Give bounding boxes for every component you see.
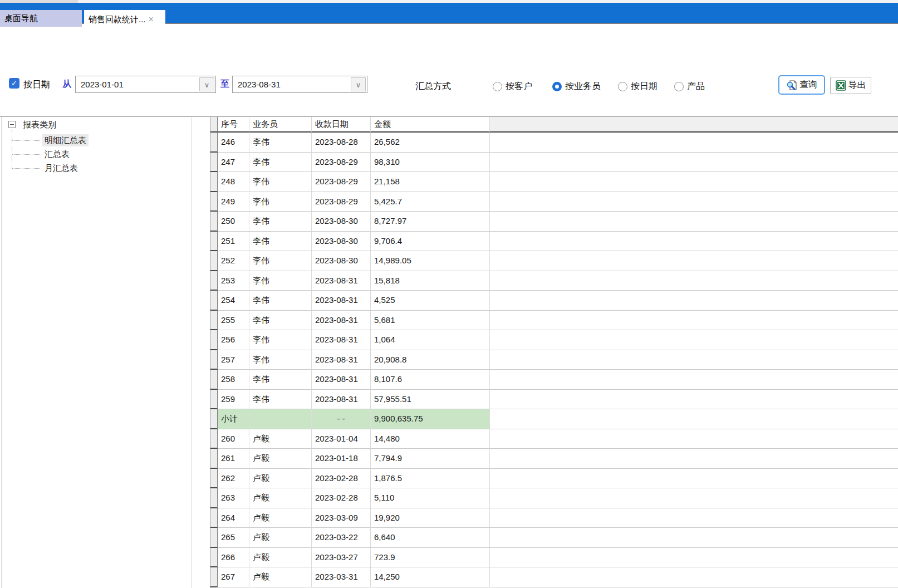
row-selector[interactable] <box>210 311 218 331</box>
col-header-amount[interactable]: 金额 <box>371 117 490 133</box>
table-row[interactable]: 262卢毅2023-02-281,876.5 <box>210 469 898 489</box>
tab-desktop-nav[interactable]: 桌面导航 <box>0 10 82 27</box>
table-row[interactable]: 255李伟2023-08-315,681 <box>210 311 898 331</box>
table-row[interactable]: 266卢毅2023-03-27723.9 <box>210 548 898 568</box>
col-header-seq[interactable]: 序号 <box>218 117 249 133</box>
row-selector[interactable] <box>210 192 218 212</box>
radio-by-product[interactable] <box>674 82 684 91</box>
data-grid: 序号 业务员 收款日期 金额 246李伟2023-08-2826,562247李… <box>210 117 898 588</box>
cell-seq: 255 <box>218 311 249 331</box>
col-header-date[interactable]: 收款日期 <box>312 117 371 133</box>
row-selector[interactable] <box>210 508 218 528</box>
cell-name: 李伟 <box>249 370 312 390</box>
table-row[interactable]: 267卢毅2023-03-3114,250 <box>210 567 898 587</box>
table-row[interactable]: 246李伟2023-08-2826,562 <box>210 133 898 153</box>
tree-collapse-icon[interactable] <box>8 121 16 128</box>
row-selector[interactable] <box>210 133 218 153</box>
radio-by-customer[interactable] <box>493 82 502 91</box>
row-selector[interactable] <box>210 172 218 192</box>
row-selector[interactable] <box>210 153 218 173</box>
cell-amount: 5,425.7 <box>371 192 490 212</box>
row-selector[interactable] <box>210 251 218 271</box>
row-selector[interactable] <box>210 212 218 232</box>
table-row[interactable]: 258李伟2023-08-318,107.6 <box>210 370 898 390</box>
table-row[interactable]: 259李伟2023-08-3157,955.51 <box>210 390 898 410</box>
tree-root-report-category[interactable]: 报表类别 <box>23 118 56 131</box>
col-header-filler <box>490 117 898 133</box>
tree-item-detail-summary[interactable]: 明细汇总表 <box>42 134 89 146</box>
radio-by-product-label[interactable]: 产品 <box>687 81 705 92</box>
row-selector[interactable] <box>210 429 218 449</box>
cell-date: 2023-02-28 <box>312 469 371 489</box>
row-selector[interactable] <box>210 370 218 390</box>
subtotal-row[interactable]: 小计- -9,900,635.75 <box>210 409 898 429</box>
date-to-input[interactable]: 2023-08-31 ∨ <box>232 76 367 93</box>
cell-filler <box>490 330 898 350</box>
export-button[interactable]: 导出 <box>830 77 871 94</box>
table-row[interactable]: 247李伟2023-08-2998,310 <box>210 153 898 173</box>
chevron-down-icon[interactable]: ∨ <box>351 77 366 91</box>
table-row[interactable]: 257李伟2023-08-3120,908.8 <box>210 350 898 370</box>
tree-item-monthly-summary[interactable]: 月汇总表 <box>42 162 80 174</box>
cell-amount: 723.9 <box>371 548 490 568</box>
row-selector[interactable] <box>210 567 218 587</box>
row-selector[interactable] <box>210 291 218 311</box>
row-selector[interactable] <box>210 330 218 350</box>
cell-date: 2023-08-30 <box>312 232 371 252</box>
tab-sales-report[interactable]: 销售回款统计... × <box>84 10 165 28</box>
table-row[interactable]: 264卢毅2023-03-0919,920 <box>210 508 898 528</box>
cell-seq: 小计 <box>218 409 249 429</box>
row-selector[interactable] <box>210 232 218 252</box>
table-row[interactable]: 252李伟2023-08-3014,989.05 <box>210 251 898 271</box>
table-row[interactable]: 254李伟2023-08-314,525 <box>210 291 898 311</box>
table-row[interactable]: 263卢毅2023-02-285,110 <box>210 488 898 508</box>
table-row[interactable]: 260卢毅2023-01-0414,480 <box>210 429 898 449</box>
cell-seq: 266 <box>218 548 249 568</box>
table-row[interactable]: 253李伟2023-08-3115,818 <box>210 271 898 291</box>
cell-seq: 267 <box>218 567 249 587</box>
date-from-value: 2023-01-01 <box>81 76 124 92</box>
chevron-down-icon[interactable]: ∨ <box>199 77 214 91</box>
grid-corner-cell[interactable] <box>210 117 218 133</box>
date-from-input[interactable]: 2023-01-01 ∨ <box>75 76 216 93</box>
cell-name: 李伟 <box>249 271 312 291</box>
radio-by-date[interactable] <box>618 82 627 91</box>
radio-by-salesperson-label[interactable]: 按业务员 <box>565 81 601 92</box>
grid-header-row: 序号 业务员 收款日期 金额 <box>210 117 898 133</box>
cell-name: 李伟 <box>249 232 312 252</box>
cell-seq: 261 <box>218 449 249 469</box>
table-row[interactable]: 249李伟2023-08-295,425.7 <box>210 192 898 212</box>
tab-bar: 桌面导航 销售回款统计... × <box>0 3 898 24</box>
tree-item-summary[interactable]: 汇总表 <box>42 148 72 160</box>
cell-date: 2023-02-28 <box>312 488 371 508</box>
row-selector[interactable] <box>210 528 218 548</box>
cell-filler <box>490 409 898 429</box>
cell-name: 李伟 <box>249 350 312 370</box>
by-date-checkbox[interactable]: ✓ <box>9 78 19 89</box>
table-row[interactable]: 256李伟2023-08-311,064 <box>210 330 898 350</box>
cell-seq: 258 <box>218 370 249 390</box>
row-selector[interactable] <box>210 271 218 291</box>
cell-date: 2023-01-18 <box>312 449 371 469</box>
row-selector[interactable] <box>210 390 218 410</box>
row-selector[interactable] <box>210 409 218 429</box>
table-row[interactable]: 261卢毅2023-01-187,794.9 <box>210 449 898 469</box>
query-button[interactable]: 查询 <box>778 75 825 95</box>
table-row[interactable]: 251李伟2023-08-309,706.4 <box>210 232 898 252</box>
table-row[interactable]: 250李伟2023-08-308,727.97 <box>210 212 898 232</box>
row-selector[interactable] <box>210 488 218 508</box>
radio-by-salesperson[interactable] <box>552 82 562 91</box>
table-row[interactable]: 265卢毅2023-03-226,640 <box>210 528 898 548</box>
cell-date: 2023-08-31 <box>312 370 371 390</box>
row-selector[interactable] <box>210 449 218 469</box>
cell-date: 2023-08-31 <box>312 291 371 311</box>
table-row[interactable]: 248李伟2023-08-2921,158 <box>210 172 898 192</box>
radio-by-customer-label[interactable]: 按客户 <box>506 81 532 92</box>
row-selector[interactable] <box>210 548 218 568</box>
row-selector[interactable] <box>210 469 218 489</box>
row-selector[interactable] <box>210 350 218 370</box>
close-icon[interactable]: × <box>149 15 154 24</box>
col-header-name[interactable]: 业务员 <box>249 117 312 133</box>
cell-filler <box>490 390 898 410</box>
radio-by-date-label[interactable]: 按日期 <box>631 81 657 92</box>
